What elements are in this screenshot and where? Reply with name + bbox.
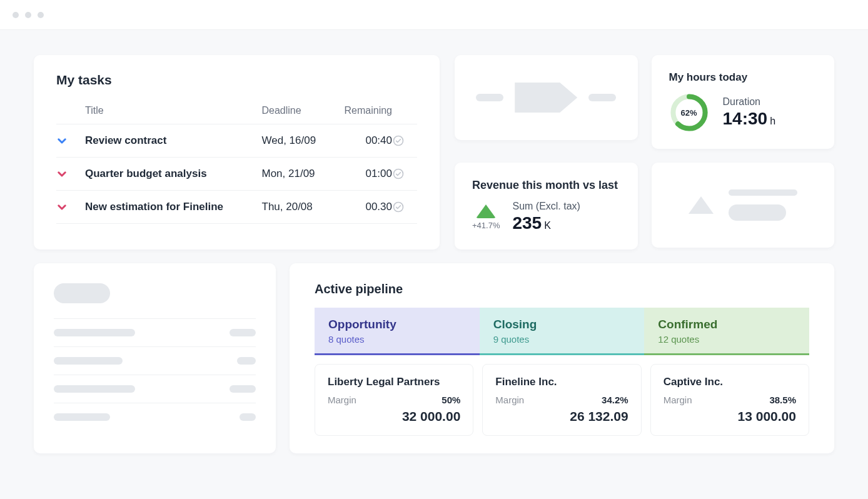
col-title: Title — [56, 99, 262, 124]
revenue-card: Revenue this month vs last +41.7% Sum (E… — [455, 163, 638, 250]
pipeline-stage-confirmed[interactable]: Confirmed12 quotes — [644, 308, 809, 355]
metric-label: Sum (Excl. tax) — [512, 201, 580, 212]
skeleton-card — [652, 163, 835, 248]
stage-sub: 9 quotes — [493, 334, 631, 345]
right-column: My hours today 62% Duration 14:30h — [455, 55, 834, 250]
trend-pct: +41.7% — [472, 221, 500, 230]
pipeline-stage-closing[interactable]: Closing9 quotes — [480, 308, 645, 355]
task-deadline: Thu, 20/08 — [262, 191, 331, 224]
skeleton-pill — [476, 94, 503, 101]
margin-label: Margin — [328, 395, 356, 405]
deal-card[interactable]: Fineline Inc.Margin34.2%26 132.09 — [482, 364, 641, 436]
duration-value: 14:30h — [723, 109, 776, 129]
window-chrome — [0, 0, 868, 30]
task-title: New estimation for Fineline — [85, 191, 262, 224]
chevron-down-icon — [56, 201, 85, 213]
skeleton-row — [54, 403, 256, 431]
svg-point-0 — [394, 136, 403, 146]
stage-name: Opportunity — [328, 318, 466, 331]
deal-amount: 13 000.00 — [664, 409, 796, 424]
check-circle-icon[interactable] — [392, 201, 417, 213]
window-dot — [13, 12, 19, 18]
window-dot — [25, 12, 31, 18]
hours-card: My hours today 62% Duration 14:30h — [652, 55, 835, 149]
skeleton-line — [729, 204, 786, 221]
stage-sub: 8 quotes — [328, 334, 466, 345]
progress-donut: 62% — [669, 93, 709, 133]
pipeline-card: Active pipeline Opportunity8 quotesClosi… — [290, 263, 834, 453]
task-title: Quarter budget analysis — [85, 158, 262, 191]
skeleton-header — [54, 283, 110, 303]
stage-name: Confirmed — [658, 318, 795, 331]
table-row[interactable]: Review contractWed, 16/0900:40 — [56, 124, 417, 158]
margin-value: 50% — [442, 395, 460, 405]
deal-card[interactable]: Captive Inc.Margin38.5%13 000.00 — [650, 364, 809, 436]
tasks-title: My tasks — [56, 73, 417, 88]
margin-value: 34.2% — [602, 395, 628, 405]
task-title: Review contract — [85, 124, 262, 158]
stage-sub: 12 quotes — [658, 334, 795, 345]
margin-label: Margin — [664, 395, 692, 405]
duration-label: Duration — [723, 96, 776, 108]
margin-label: Margin — [495, 395, 524, 405]
table-row[interactable]: Quarter budget analysisMon, 21/0901:00 — [56, 158, 417, 191]
stage-name: Closing — [493, 318, 631, 331]
chevron-down-icon — [56, 135, 85, 146]
chevron-down-icon — [56, 168, 85, 179]
table-row[interactable]: New estimation for FinelineThu, 20/0800.… — [56, 191, 417, 224]
task-remaining: 01:00 — [331, 158, 392, 191]
task-remaining: 00:40 — [331, 124, 392, 158]
task-deadline: Wed, 16/09 — [262, 124, 331, 158]
revenue-title: Revenue this month vs last — [472, 179, 620, 192]
deal-amount: 26 132.09 — [495, 409, 628, 424]
deal-amount: 32 000.00 — [328, 409, 460, 424]
skeleton-list-card — [34, 263, 276, 453]
skeleton-card — [455, 55, 638, 140]
trend-indicator: +41.7% — [472, 204, 500, 230]
progress-pct: 62% — [669, 93, 709, 133]
skeleton-pill — [588, 94, 616, 101]
tasks-card: My tasks Title Deadline Remaining Review… — [34, 55, 440, 250]
svg-point-1 — [394, 169, 403, 179]
deal-company: Captive Inc. — [664, 376, 796, 388]
pipeline-title: Active pipeline — [315, 282, 809, 296]
triangle-icon — [689, 196, 714, 214]
hours-title: My hours today — [669, 71, 817, 84]
task-remaining: 00.30 — [331, 191, 392, 224]
deal-company: Liberty Legal Partners — [328, 376, 460, 388]
dashboard: My tasks Title Deadline Remaining Review… — [0, 30, 868, 453]
svg-point-2 — [394, 203, 403, 212]
window-dot — [38, 12, 44, 18]
check-circle-icon[interactable] — [392, 168, 417, 180]
trend-up-icon — [476, 204, 496, 218]
skeleton-row — [54, 346, 256, 375]
deal-company: Fineline Inc. — [495, 376, 628, 388]
col-deadline: Deadline — [262, 99, 331, 124]
deal-card[interactable]: Liberty Legal PartnersMargin50%32 000.00 — [315, 364, 473, 436]
check-circle-icon[interactable] — [392, 134, 417, 147]
tasks-table: Title Deadline Remaining Review contract… — [56, 99, 417, 224]
pipeline-stage-opportunity[interactable]: Opportunity8 quotes — [315, 308, 480, 355]
skeleton-row — [54, 375, 256, 403]
task-deadline: Mon, 21/09 — [262, 158, 331, 191]
skeleton-line — [729, 189, 797, 196]
metric-value: 235K — [512, 213, 580, 233]
col-remaining: Remaining — [331, 99, 417, 124]
skeleton-row — [54, 318, 256, 346]
arrow-shape-icon — [515, 83, 577, 113]
margin-value: 38.5% — [769, 395, 796, 405]
